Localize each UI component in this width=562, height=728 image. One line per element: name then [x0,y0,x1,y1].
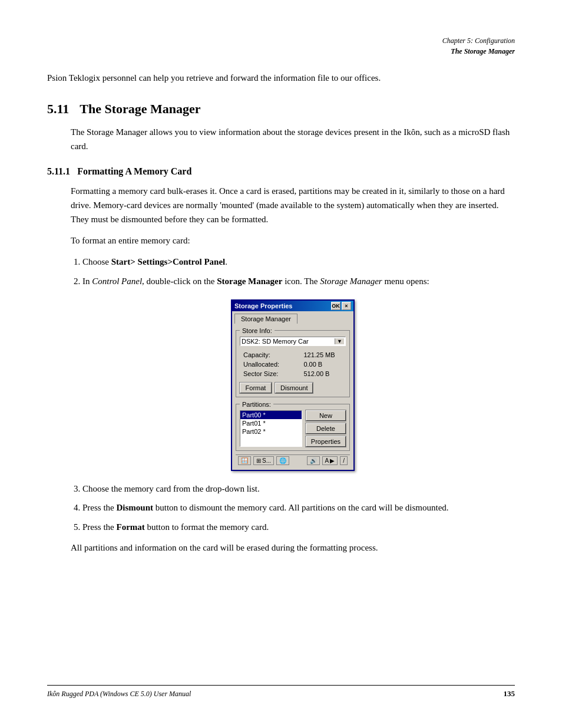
capacity-label: Capacity: [241,351,302,359]
step-5: Press the Format button to format the me… [82,520,515,535]
ok-title-btn[interactable]: OK [331,302,340,310]
step4-bold: Dismount [117,503,154,512]
step2-pre: In [82,276,92,286]
partition-item-1[interactable]: Part01 * [240,419,302,427]
partitions-inner: Part00 * Part01 * Part02 * New Delete Pr… [240,410,346,447]
unallocated-value: 0.00 B [303,360,345,368]
close-title-btn[interactable]: × [342,302,351,310]
taskbar-item-2[interactable]: 🌐 [276,456,289,465]
format-button[interactable]: Format [240,383,272,393]
dismount-button[interactable]: Dismount [275,383,313,393]
start-icon: 🪟 [241,457,248,464]
formatting-para1: Formatting a memory card bulk-erases it.… [47,184,515,226]
step-3: Choose the memory card from the drop-dow… [82,482,515,496]
taskbar-icon-1: ⊞ [256,457,261,464]
footer-manual: Ikôn Rugged PDA (Windows CE 5.0) User Ma… [47,690,191,699]
taskbar-icon-2: 🌐 [279,457,286,464]
step2-mid2: icon. The [282,276,320,286]
steps-list-continued: Choose the memory card from the drop-dow… [47,482,515,535]
taskbar-kbd[interactable]: A▶ [322,456,338,465]
store-info-fieldset: Store Info: DSK2: SD Memory Car ▼ Capaci… [236,327,350,397]
partitions-legend: Partitions: [240,401,273,408]
step2-mid: , double-click on the [142,276,217,286]
section-5111-title: Formatting A Memory Card [77,166,191,177]
taskbar-clock: 🔊 [307,456,320,465]
dialog-taskbar: 🪟 ⊞S... 🌐 🔊 A▶ / [236,454,350,466]
partition-list[interactable]: Part00 * Part01 * Part02 * [240,410,302,447]
store-dropdown[interactable]: DSK2: SD Memory Car ▼ [240,337,346,346]
formatting-para2: To format an entire memory card: [47,233,515,248]
sector-label: Sector Size: [241,370,302,378]
step2-italic2: Storage Manager [320,276,382,286]
step-2: In Control Panel, double-click on the St… [82,274,515,289]
taskbar-end: / [340,456,348,465]
section-5111-heading: 5.11.1 Formatting A Memory Card [47,166,515,177]
page-header: Chapter 5: Configuration The Storage Man… [47,35,515,57]
partition-buttons: New Delete Properties [306,410,346,447]
dialog-body: Store Info: DSK2: SD Memory Car ▼ Capaci… [232,324,353,470]
all-partitions-text: All partitions and information on the ca… [47,541,515,555]
partition-item-0[interactable]: Part00 * [240,411,302,419]
step2-bold: Storage Manager [217,276,282,286]
dialog-screenshot: Storage Properties OK × Storage Manager … [71,299,515,471]
chapter-label: Chapter 5: Configuration [47,35,515,46]
properties-button[interactable]: Properties [306,436,346,447]
dropdown-value: DSK2: SD Memory Car [242,338,309,345]
steps-list: Choose Start> Settings>Control Panel. In… [47,255,515,289]
page-footer: Ikôn Rugged PDA (Windows CE 5.0) User Ma… [47,685,515,699]
info-table: Capacity: 121.25 MB Unallocated: 0.00 B … [240,350,346,379]
sector-value: 512.00 B [303,370,345,378]
start-button[interactable]: 🪟 [238,456,251,465]
capacity-value: 121.25 MB [303,351,345,359]
dialog-titlebar: Storage Properties OK × [232,301,353,311]
section-511-title: The Storage Manager [80,101,200,117]
unallocated-row: Unallocated: 0.00 B [241,360,345,368]
titlebar-buttons: OK × [331,302,351,310]
section-label: The Storage Manager [47,46,515,57]
partitions-fieldset: Partitions: Part00 * Part01 * Part02 * N… [236,401,350,451]
taskbar-item-1[interactable]: ⊞S... [253,456,274,465]
intro-paragraph: Psion Teklogix personnel can help you re… [47,71,515,85]
dialog-title: Storage Properties [234,302,292,309]
section-511-number: 5.11 [47,101,69,117]
step-1: Choose Start> Settings>Control Panel. [82,255,515,269]
partition-item-2[interactable]: Part02 * [240,427,302,436]
step4-end: button to dismount the memory card. All … [153,503,449,512]
step5-bold: Format [117,522,145,532]
section-511-body: The Storage Manager allows you to view i… [47,125,515,153]
step5-end: button to format the memory card. [145,522,269,532]
step5-pre: Press the [82,522,117,532]
step2-italic: Control Panel [92,276,142,286]
delete-button[interactable]: Delete [306,423,346,434]
unallocated-label: Unallocated: [241,360,302,368]
step-4: Press the Dismount button to dismount th… [82,500,515,515]
new-button[interactable]: New [306,410,346,421]
storage-manager-tab[interactable]: Storage Manager [234,314,297,324]
footer-page: 135 [504,689,515,699]
step1-bold: Start> Settings>Control Panel [111,257,225,266]
dialog-tabs: Storage Manager [232,311,353,324]
sector-row: Sector Size: 512.00 B [241,370,345,378]
step3-text: Choose the memory card from the drop-dow… [82,484,260,493]
store-info-legend: Store Info: [240,327,275,334]
format-dismount-row: Format Dismount [240,383,346,393]
capacity-row: Capacity: 121.25 MB [241,351,345,359]
step1-pre: Choose [82,257,111,266]
storage-properties-dialog: Storage Properties OK × Storage Manager … [231,299,355,471]
dropdown-arrow-icon: ▼ [335,338,344,344]
step2-end: menu opens: [382,276,429,286]
page: Chapter 5: Configuration The Storage Man… [0,0,562,728]
step4-pre: Press the [82,503,117,512]
section-5111-number: 5.11.1 [47,166,70,177]
store-dropdown-row: DSK2: SD Memory Car ▼ [240,337,346,346]
section-511-heading: 5.11 The Storage Manager [47,101,515,117]
step1-end: . [225,257,227,266]
